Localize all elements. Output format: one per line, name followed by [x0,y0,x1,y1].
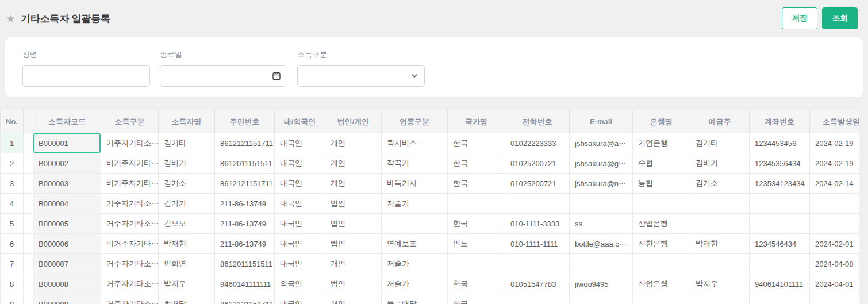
cell-phone[interactable] [505,294,570,304]
cell-country[interactable] [448,254,505,274]
cell-business_type[interactable]: 물품배달 [382,294,448,304]
cell-income_type[interactable]: 거주자기타소⋯ [101,133,159,153]
cell-no[interactable]: 6 [1,234,24,254]
cell-account_no[interactable]: 1234546434 [750,234,810,254]
cell-bank[interactable] [633,194,690,214]
cell-flag[interactable] [24,294,33,304]
cell-account_no[interactable]: 940614101111 [750,274,810,294]
cell-email[interactable] [570,194,633,214]
cell-country[interactable] [448,194,505,214]
cell-flag[interactable] [24,174,33,194]
cell-resident_no[interactable]: 9460141111111 [215,274,275,294]
cell-resident_no[interactable]: 8612121151711 [215,133,275,153]
save-button[interactable]: 저장 [782,7,817,29]
cell-bank[interactable] [633,254,690,274]
cell-phone[interactable]: 01025200721 [505,153,570,174]
cell-name[interactable]: 최배달 [159,294,215,304]
cell-country[interactable]: 한국 [448,174,505,194]
cell-code[interactable]: B000001 [33,133,101,153]
cell-income_type[interactable]: 거주자기타소⋯ [101,274,159,294]
cell-nationality[interactable]: 내국인 [275,214,325,234]
cell-flag[interactable] [24,214,33,234]
cell-business_type[interactable]: 연예보조 [382,234,448,254]
cell-code[interactable]: B000007 [33,254,101,274]
cell-no[interactable]: 2 [1,153,24,174]
cell-resident_no[interactable]: 211-86-13749 [215,194,275,214]
cell-nationality[interactable]: 내국인 [275,254,325,274]
cell-account_holder[interactable]: 박지우 [690,274,750,294]
cell-corp_individual[interactable]: 법인 [325,194,382,214]
cell-income_date[interactable]: 2024-02-19 [810,133,859,153]
cell-corp_individual[interactable]: 법인 [325,214,382,234]
cell-corp_individual[interactable]: 법인 [325,274,382,294]
cell-bank[interactable] [633,294,690,304]
cell-phone[interactable]: 01051547783 [505,274,570,294]
cell-income_type[interactable]: 거주자기타소⋯ [101,214,159,234]
cell-code[interactable]: B000005 [33,214,101,234]
cell-account_no[interactable] [750,294,810,304]
cell-no[interactable]: 1 [1,133,24,153]
cell-account_holder[interactable] [690,294,750,304]
income-type-select[interactable] [297,65,425,87]
cell-name[interactable]: 김기소 [159,174,215,194]
cell-business_type[interactable]: 작곡가 [382,153,448,174]
cell-phone[interactable]: 010-1111-1111 [505,234,570,254]
cell-flag[interactable] [24,254,33,274]
cell-code[interactable]: B000003 [33,174,101,194]
cell-nationality[interactable]: 내국인 [275,174,325,194]
cell-business_type[interactable]: 저술가 [382,254,448,274]
cell-nationality[interactable]: 내국인 [275,133,325,153]
cell-income_date[interactable]: 2024-02-01 [810,234,859,254]
cell-nationality[interactable]: 내국인 [275,153,325,174]
cell-no[interactable]: 4 [1,194,24,214]
cell-no[interactable]: 8 [1,274,24,294]
cell-email[interactable]: ss [570,214,633,234]
cell-no[interactable]: 5 [1,214,24,234]
cell-flag[interactable] [24,234,33,254]
cell-country[interactable]: 인도 [448,234,505,254]
cell-income_date[interactable]: 2024-02-19 [810,153,859,174]
cell-bank[interactable]: 산업은행 [633,214,690,234]
cell-phone[interactable]: 010-1111-3333 [505,214,570,234]
cell-income_date[interactable] [810,294,859,304]
cell-phone[interactable]: 01022223333 [505,133,570,153]
name-filter-input[interactable] [22,65,150,87]
cell-name[interactable]: 김모모 [159,214,215,234]
cell-business_type[interactable]: 바둑기사 [382,174,448,194]
cell-income_type[interactable]: 거주자기타소⋯ [101,194,159,214]
cell-account_no[interactable]: 12345356434 [750,153,810,174]
cell-nationality[interactable]: 내국인 [275,194,325,214]
cell-resident_no[interactable]: 211-86-13749 [215,214,275,234]
cell-name[interactable]: 민희연 [159,254,215,274]
cell-no[interactable]: 9 [1,294,24,304]
cell-name[interactable]: 김가가 [159,194,215,214]
cell-account_no[interactable]: 123534123434 [750,174,810,194]
cell-resident_no[interactable]: 8612011151511 [215,254,275,274]
cell-phone[interactable] [505,194,570,214]
cell-resident_no[interactable]: 8612011151511 [215,153,275,174]
cell-corp_individual[interactable]: 개인 [325,254,382,274]
cell-bank[interactable]: 산업은행 [633,274,690,294]
end-date-input[interactable] [160,65,287,87]
cell-flag[interactable] [24,194,33,214]
cell-account_no[interactable] [750,254,810,274]
cell-corp_individual[interactable]: 개인 [325,153,382,174]
cell-business_type[interactable]: 저술가 [382,274,448,294]
cell-account_holder[interactable]: 김기타 [690,133,750,153]
cell-nationality[interactable]: 내국인 [275,294,325,304]
cell-code[interactable]: B000006 [33,234,101,254]
cell-flag[interactable] [24,274,33,294]
cell-income_date[interactable]: 2024-04-01 [810,274,859,294]
cell-income_type[interactable]: 비거주자기타⋯ [101,153,159,174]
cell-account_no[interactable]: 1234453456 [750,133,810,153]
cell-email[interactable] [570,294,633,304]
cell-name[interactable]: 김기타 [159,133,215,153]
cell-code[interactable]: B000008 [33,274,101,294]
cell-flag[interactable] [24,153,33,174]
cell-income_type[interactable]: 비거주자기타⋯ [101,234,159,254]
cell-account_holder[interactable] [690,194,750,214]
cell-account_holder[interactable]: 박재한 [690,234,750,254]
cell-country[interactable]: 한국 [448,133,505,153]
cell-bank[interactable]: 수협 [633,153,690,174]
cell-business_type[interactable]: 저술가 [382,194,448,214]
